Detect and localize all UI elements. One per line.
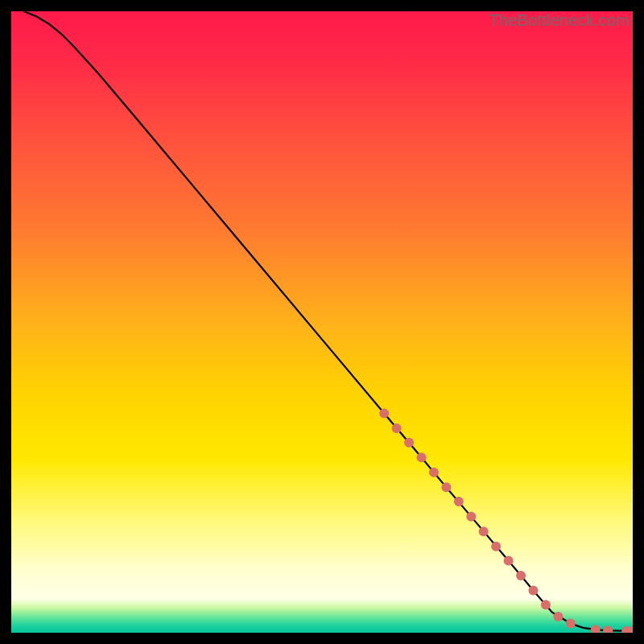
- scatter-dot: [466, 512, 476, 522]
- chart-frame: TheBottleneck.com: [11, 11, 633, 633]
- scatter-dot: [516, 571, 526, 580]
- scatter-dot: [491, 542, 501, 551]
- watermark-text: TheBottleneck.com: [489, 11, 630, 30]
- scatter-dot: [504, 555, 514, 565]
- scatter-dot: [553, 612, 563, 621]
- scatter-dot: [528, 586, 538, 596]
- scatter-dot: [392, 423, 402, 433]
- scatter-dot: [379, 408, 389, 418]
- scatter-dot: [429, 468, 439, 477]
- scatter-dot: [417, 452, 427, 462]
- scatter-dot: [441, 482, 451, 492]
- scatter-dot: [541, 600, 551, 609]
- scatter-dot: [566, 618, 576, 628]
- scatter-dot: [479, 526, 489, 536]
- chart-svg: [11, 11, 633, 633]
- scatter-dot: [404, 438, 414, 448]
- chart-background: [11, 11, 633, 633]
- scatter-dot: [454, 497, 464, 506]
